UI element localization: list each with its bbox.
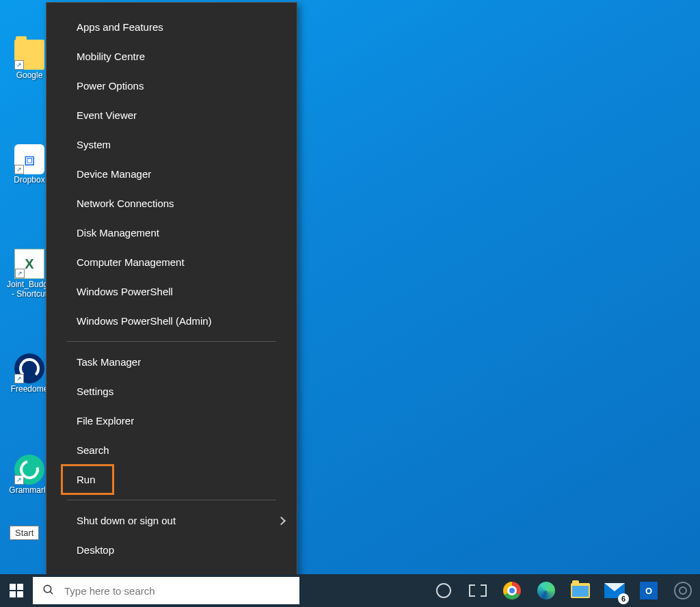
winx-power-user-menu: Apps and FeaturesMobility CentrePower Op… bbox=[46, 2, 297, 576]
svg-rect-0 bbox=[10, 584, 16, 590]
shortcut-arrow-icon: ↗ bbox=[15, 269, 25, 278]
start-tooltip: Start bbox=[10, 526, 39, 540]
menu-item-apps-and-features[interactable]: Apps and Features bbox=[46, 12, 297, 42]
grammarly-icon: ↗ bbox=[14, 455, 44, 485]
menu-item-computer-management[interactable]: Computer Management bbox=[46, 247, 297, 277]
chrome-icon[interactable] bbox=[495, 574, 529, 607]
menu-item-shut-down-or-sign-out[interactable]: Shut down or sign out bbox=[46, 506, 297, 535]
svg-rect-1 bbox=[17, 584, 23, 590]
cortana-button[interactable] bbox=[427, 574, 461, 607]
menu-item-event-viewer[interactable]: Event Viewer bbox=[46, 100, 297, 130]
menu-item-file-explorer[interactable]: File Explorer bbox=[46, 406, 297, 435]
menu-item-disk-management[interactable]: Disk Management bbox=[46, 218, 297, 247]
menu-item-mobility-centre[interactable]: Mobility Centre bbox=[46, 42, 297, 71]
file-explorer-icon bbox=[571, 583, 590, 598]
task-view-button[interactable] bbox=[461, 574, 495, 607]
menu-item-windows-powershell-admin[interactable]: Windows PowerShell (Admin) bbox=[46, 306, 297, 336]
shortcut-arrow-icon: ↗ bbox=[14, 60, 24, 70]
menu-item-device-manager[interactable]: Device Manager bbox=[46, 159, 297, 189]
freedome-icon: ↗ bbox=[14, 353, 44, 383]
shortcut-arrow-icon: ↗ bbox=[14, 475, 24, 485]
excel-icon: ↗ bbox=[14, 249, 44, 279]
cortana-icon bbox=[436, 583, 451, 598]
menu-item-desktop[interactable]: Desktop bbox=[46, 535, 297, 565]
svg-rect-2 bbox=[10, 591, 16, 597]
svg-rect-3 bbox=[17, 591, 23, 597]
taskbar-search[interactable]: Type here to search bbox=[33, 577, 299, 604]
search-icon bbox=[33, 584, 64, 598]
start-button[interactable] bbox=[0, 574, 33, 607]
menu-item-search[interactable]: Search bbox=[46, 435, 297, 465]
desktop: ↗Google⧈↗Dropbox↗Joint_Budget - Shortcut… bbox=[0, 0, 700, 574]
dropbox-icon: ⧈↗ bbox=[14, 144, 44, 174]
svg-line-5 bbox=[50, 591, 53, 594]
task-view-icon bbox=[469, 584, 487, 597]
badge: 6 bbox=[618, 593, 629, 604]
menu-item-run[interactable]: Run bbox=[46, 465, 297, 494]
menu-item-task-manager[interactable]: Task Manager bbox=[46, 347, 297, 377]
menu-item-settings[interactable]: Settings bbox=[46, 377, 297, 406]
windows-logo-icon bbox=[10, 584, 23, 597]
app-icon bbox=[674, 582, 692, 599]
google-icon: ↗ bbox=[14, 40, 44, 70]
menu-item-network-connections[interactable]: Network Connections bbox=[46, 189, 297, 218]
chrome-icon bbox=[503, 582, 521, 599]
svg-point-4 bbox=[44, 585, 51, 593]
shortcut-arrow-icon: ↗ bbox=[14, 165, 24, 174]
search-placeholder: Type here to search bbox=[64, 585, 155, 597]
shortcut-arrow-icon: ↗ bbox=[14, 374, 24, 383]
mail-icon[interactable]: 6 bbox=[597, 574, 632, 607]
menu-separator bbox=[67, 341, 276, 342]
file-explorer-icon[interactable] bbox=[563, 574, 597, 607]
app-icon[interactable] bbox=[666, 574, 700, 607]
menu-item-power-options[interactable]: Power Options bbox=[46, 71, 297, 100]
menu-separator bbox=[67, 500, 276, 500]
outlook-icon[interactable]: O bbox=[632, 574, 666, 607]
taskbar: Type here to search 6O bbox=[0, 574, 700, 607]
edge-icon bbox=[537, 582, 555, 599]
outlook-icon: O bbox=[640, 582, 658, 599]
edge-icon[interactable] bbox=[529, 574, 563, 607]
menu-item-system[interactable]: System bbox=[46, 130, 297, 159]
menu-item-windows-powershell[interactable]: Windows PowerShell bbox=[46, 277, 297, 306]
